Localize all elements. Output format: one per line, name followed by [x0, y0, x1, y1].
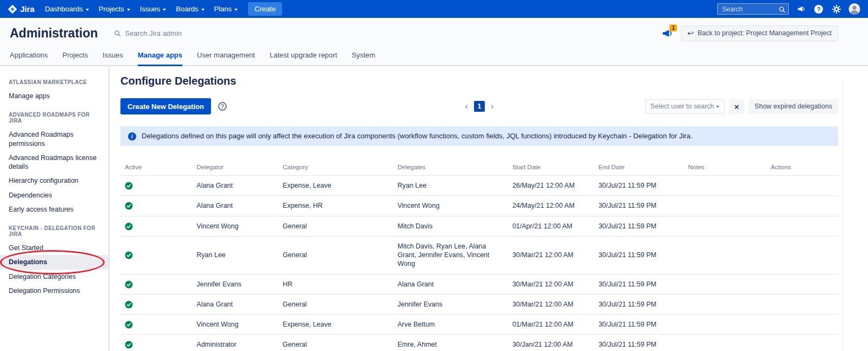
cell-notes	[684, 236, 767, 274]
show-expired-button[interactable]: Show expired delegations	[749, 99, 838, 114]
delegations-table: ActiveDelegatorCategoryDelegatesStart Da…	[120, 159, 838, 351]
cell-category: HR	[278, 274, 393, 294]
chevron-down-icon	[86, 9, 89, 11]
announcement-icon[interactable]: 1	[662, 28, 672, 39]
help-icon[interactable]: ?	[218, 102, 227, 111]
cell-category: Expense, HR	[278, 196, 393, 216]
cell-end-date: 30/Jul/21 11:59 PM	[594, 335, 684, 351]
cell-notes	[684, 176, 767, 196]
tab-user-management[interactable]: User management	[197, 51, 255, 66]
cell-delegator: Alana Grant	[192, 294, 278, 314]
cell-actions	[767, 196, 838, 216]
pagination-current-page[interactable]: 1	[474, 101, 485, 112]
cell-end-date: 30/Jul/21 11:59 PM	[594, 176, 684, 196]
sidebar-item-dependencies[interactable]: Dependencies	[0, 188, 108, 202]
active-check-icon	[125, 301, 133, 309]
sidebar-section-title: KEYCHAIN - DELEGATION FOR JIRA	[0, 216, 108, 241]
tab-manage-apps[interactable]: Manage apps	[138, 51, 182, 66]
admin-search	[114, 29, 662, 37]
user-avatar[interactable]	[848, 3, 860, 15]
cell-notes	[684, 315, 767, 335]
create-button[interactable]: Create	[248, 2, 282, 16]
announcement-icon[interactable]	[795, 3, 807, 15]
admin-top: Administration 1 ↩ Back to project: Proj…	[0, 18, 868, 66]
pagination-next[interactable]: ›	[491, 102, 494, 111]
sidebar-item-early-access-features[interactable]: Early access features	[0, 202, 108, 216]
nav-menu-plans[interactable]: Plans	[209, 0, 243, 18]
cell-notes	[684, 335, 767, 351]
sidebar-item-get-started[interactable]: Get Started	[0, 241, 108, 255]
chevron-down-icon	[201, 9, 205, 11]
navbar-search	[717, 3, 789, 15]
sidebar-item-advanced-roadmaps-license-details[interactable]: Advanced Roadmaps license details	[0, 151, 108, 174]
nav-menu-issues[interactable]: Issues	[135, 0, 171, 18]
admin-search-input[interactable]	[125, 29, 255, 37]
cell-end-date: 30/Jul/21 11:59 PM	[594, 315, 684, 335]
top-navbar: Jira DashboardsProjectsIssuesBoardsPlans…	[0, 0, 868, 18]
help-icon[interactable]: ?	[813, 3, 825, 15]
tab-applications[interactable]: Applications	[10, 51, 48, 66]
cell-start-date: 30/Mar/21 12:00 AM	[508, 294, 594, 314]
info-banner-text: Delegations defined on this page will on…	[142, 132, 692, 140]
delegation-row: Vincent WongGeneralMitch Davis01/Apr/21 …	[120, 216, 838, 236]
cell-active	[120, 196, 192, 216]
sidebar: ATLASSIAN MARKETPLACEManage appsADVANCED…	[0, 66, 110, 351]
nav-menu-label: Plans	[214, 5, 232, 13]
cell-category: Expense, Leave	[278, 315, 393, 335]
cell-category: General	[278, 236, 393, 274]
clear-filter-button[interactable]: ×	[729, 99, 744, 114]
cell-delegator: Vincent Wong	[192, 216, 278, 236]
tab-issues[interactable]: Issues	[103, 51, 123, 66]
chevron-down-icon	[163, 9, 166, 11]
cell-actions	[767, 236, 838, 274]
tab-system[interactable]: System	[352, 51, 375, 66]
cell-start-date: 01/Apr/21 12:00 AM	[508, 216, 594, 236]
cell-category: General	[278, 335, 393, 351]
cell-actions	[767, 274, 838, 294]
cell-active	[120, 315, 192, 335]
sidebar-item-delegations[interactable]: Delegations	[0, 255, 108, 269]
cell-delegates: Ryan Lee	[393, 176, 508, 196]
create-new-delegation-button[interactable]: Create New Delegation	[120, 98, 211, 114]
user-select-placeholder: Select user to search	[650, 103, 714, 110]
nav-menu-boards[interactable]: Boards	[171, 0, 209, 18]
active-check-icon	[125, 280, 133, 289]
tab-projects[interactable]: Projects	[62, 51, 88, 66]
delegation-row: Vincent WongExpense, LeaveArve Bettum01/…	[120, 315, 838, 335]
nav-menu-label: Projects	[99, 5, 124, 13]
active-check-icon	[125, 341, 133, 349]
active-check-icon	[125, 202, 133, 210]
sidebar-item-delegation-permissions[interactable]: Delegation Permissions	[0, 284, 108, 298]
nav-menu-projects[interactable]: Projects	[94, 0, 135, 18]
column-header-category: Category	[278, 159, 393, 176]
cell-notes	[684, 294, 767, 314]
sidebar-item-advanced-roadmaps-permissions[interactable]: Advanced Roadmaps permissions	[0, 127, 108, 151]
cell-start-date: 26/May/21 12:00 AM	[508, 176, 594, 196]
back-to-project-button[interactable]: ↩ Back to project: Project Management Pr…	[681, 25, 838, 41]
sidebar-item-hierarchy-configuration[interactable]: Hierarchy configuration	[0, 174, 108, 188]
delegation-row: Alana GrantGeneralJennifer Evans30/Mar/2…	[120, 294, 838, 314]
gear-icon[interactable]	[831, 3, 843, 15]
sidebar-item-manage-apps[interactable]: Manage apps	[0, 89, 108, 103]
admin-header: Administration 1 ↩ Back to project: Proj…	[0, 18, 868, 48]
chevron-down-icon	[234, 9, 238, 11]
cell-delegates: Vincent Wong	[393, 196, 508, 216]
pagination-prev[interactable]: ‹	[465, 102, 468, 111]
cell-actions	[767, 176, 838, 196]
cell-end-date: 30/Jul/21 11:59 PM	[594, 216, 684, 236]
tab-latest-upgrade-report[interactable]: Latest upgrade report	[270, 51, 337, 66]
cell-actions	[767, 335, 838, 351]
cell-delegates: Arve Bettum	[393, 315, 508, 335]
info-icon: i	[128, 132, 136, 141]
jira-logo[interactable]: Jira	[8, 4, 40, 14]
cell-delegates: Mitch Davis	[393, 216, 508, 236]
content-scrollbar[interactable]	[843, 82, 843, 351]
cell-delegates: Mitch Davis, Ryan Lee, Alana Grant, Jenn…	[393, 236, 508, 274]
sidebar-item-delegation-categories[interactable]: Delegation Categories	[0, 270, 108, 284]
chevron-down-icon	[127, 9, 130, 11]
column-header-delegator: Delegator	[192, 159, 278, 176]
nav-menu-dashboards[interactable]: Dashboards	[40, 0, 94, 18]
cell-actions	[767, 216, 838, 236]
user-select[interactable]: Select user to search	[645, 99, 725, 114]
toolbar: Create New Delegation ? ‹ 1 › Select use…	[120, 98, 838, 114]
